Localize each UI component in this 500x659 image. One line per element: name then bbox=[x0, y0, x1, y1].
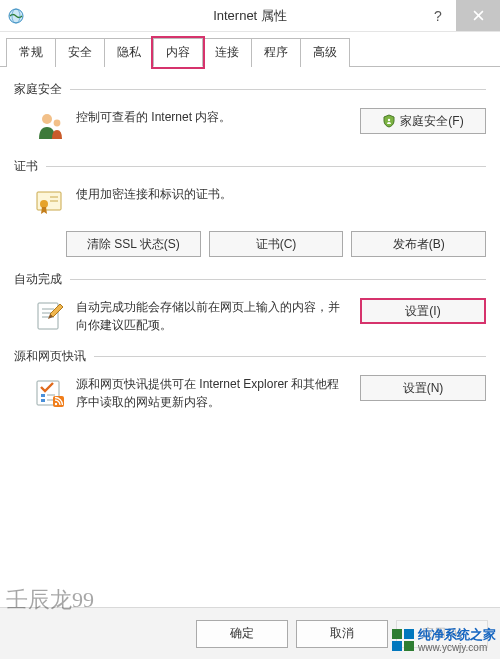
group-title-family: 家庭安全 bbox=[14, 81, 70, 98]
publishers-button[interactable]: 发布者(B) bbox=[351, 231, 486, 257]
content-area: 家庭安全 控制可查看的 Internet 内容。 家庭安全(F) bbox=[0, 67, 500, 411]
tab-security[interactable]: 安全 bbox=[55, 38, 105, 67]
tab-general[interactable]: 常规 bbox=[6, 38, 56, 67]
cert-desc: 使用加密连接和标识的证书。 bbox=[76, 185, 486, 203]
certificate-icon bbox=[32, 185, 68, 221]
feeds-settings-button[interactable]: 设置(N) bbox=[360, 375, 486, 401]
clear-ssl-button[interactable]: 清除 SSL 状态(S) bbox=[66, 231, 201, 257]
svg-point-3 bbox=[54, 120, 61, 127]
svg-point-6 bbox=[40, 200, 48, 208]
group-title-cert: 证书 bbox=[14, 158, 46, 175]
feeds-desc: 源和网页快讯提供可在 Internet Explorer 和其他程序中读取的网站… bbox=[76, 375, 360, 411]
svg-rect-14 bbox=[41, 394, 45, 397]
tab-connections[interactable]: 连接 bbox=[202, 38, 252, 67]
tab-programs[interactable]: 程序 bbox=[251, 38, 301, 67]
titlebar: Internet 属性 ? bbox=[0, 0, 500, 32]
svg-point-19 bbox=[55, 403, 57, 405]
autocomplete-desc: 自动完成功能会存储以前在网页上输入的内容，并向你建议匹配项。 bbox=[76, 298, 360, 334]
group-certificates: 证书 使用加密连接和标识的证书。 清除 SSL 状态(S) 证书(C) 发布者(… bbox=[14, 158, 486, 257]
shield-icon bbox=[382, 114, 396, 128]
family-button-label: 家庭安全(F) bbox=[400, 113, 463, 130]
tabstrip: 常规 安全 隐私 内容 连接 程序 高级 bbox=[0, 38, 500, 67]
tab-content[interactable]: 内容 bbox=[153, 38, 203, 67]
ok-button[interactable]: 确定 bbox=[196, 620, 288, 648]
certificates-button[interactable]: 证书(C) bbox=[209, 231, 344, 257]
cancel-button[interactable]: 取消 bbox=[296, 620, 388, 648]
svg-point-4 bbox=[388, 119, 390, 121]
group-title-autocomplete: 自动完成 bbox=[14, 271, 70, 288]
svg-rect-9 bbox=[38, 303, 58, 329]
dialog-button-bar: 确定 取消 应用(A) bbox=[0, 607, 500, 659]
family-safety-icon bbox=[32, 108, 68, 144]
autocomplete-icon bbox=[32, 298, 68, 334]
divider bbox=[46, 166, 486, 167]
autocomplete-button-label: 设置(I) bbox=[405, 303, 440, 320]
tab-advanced[interactable]: 高级 bbox=[300, 38, 350, 67]
window-title: Internet 属性 bbox=[0, 7, 500, 25]
group-feeds: 源和网页快讯 源和网页快讯提供可在 Internet Explorer bbox=[14, 348, 486, 411]
feeds-icon bbox=[32, 375, 68, 411]
apply-button[interactable]: 应用(A) bbox=[396, 620, 488, 648]
family-desc: 控制可查看的 Internet 内容。 bbox=[76, 108, 360, 126]
group-title-feeds: 源和网页快讯 bbox=[14, 348, 94, 365]
svg-rect-16 bbox=[41, 399, 45, 402]
group-autocomplete: 自动完成 自动完成功能会存储以前在网页上输入的内容，并向你建议匹配项。 设置(I… bbox=[14, 271, 486, 334]
svg-point-2 bbox=[42, 114, 52, 124]
autocomplete-settings-button[interactable]: 设置(I) bbox=[360, 298, 486, 324]
divider bbox=[94, 356, 486, 357]
feeds-button-label: 设置(N) bbox=[403, 380, 444, 397]
divider bbox=[70, 279, 486, 280]
family-safety-button[interactable]: 家庭安全(F) bbox=[360, 108, 486, 134]
group-family-safety: 家庭安全 控制可查看的 Internet 内容。 家庭安全(F) bbox=[14, 81, 486, 144]
tab-privacy[interactable]: 隐私 bbox=[104, 38, 154, 67]
divider bbox=[70, 89, 486, 90]
